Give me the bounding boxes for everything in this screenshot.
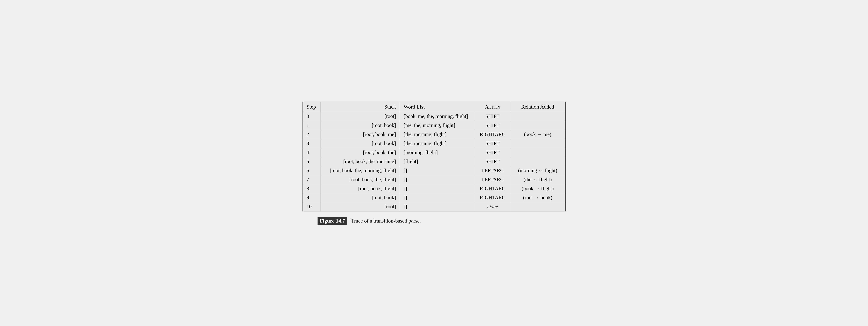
table-row: 6[root, book, the, morning, flight][]LEF… [303,166,565,175]
cell-stack: [root, book, the] [321,148,400,157]
cell-relation: (morning ← flight) [510,166,565,175]
cell-relation [510,202,565,211]
cell-relation: (root → book) [510,193,565,202]
header-action: Action [475,102,510,112]
cell-relation [510,139,565,148]
header-step: Step [303,102,321,112]
table-row: 9[root, book][]RIGHTARC(root → book) [303,193,565,202]
cell-action: Done [475,202,510,211]
cell-wordlist: [the, morning, flight] [400,130,475,139]
cell-stack: [root, book, the, flight] [321,175,400,184]
cell-wordlist: [] [400,202,475,211]
cell-relation: (book → me) [510,130,565,139]
cell-wordlist: [me, the, morning, flight] [400,121,475,130]
cell-wordlist: [flight] [400,157,475,166]
cell-action: SHIFT [475,139,510,148]
cell-step: 8 [303,184,321,193]
cell-relation [510,148,565,157]
cell-stack: [root, book, flight] [321,184,400,193]
table-row: 4[root, book, the][morning, flight]SHIFT [303,148,565,157]
cell-action: RIGHTARC [475,130,510,139]
table-row: 5[root, book, the, morning][flight]SHIFT [303,157,565,166]
cell-stack: [root, book] [321,121,400,130]
cell-relation [510,121,565,130]
cell-step: 1 [303,121,321,130]
cell-action: SHIFT [475,121,510,130]
table-row: 0[root][book, me, the, morning, flight]S… [303,112,565,121]
cell-step: 6 [303,166,321,175]
table-row: 2[root, book, me][the, morning, flight]R… [303,130,565,139]
cell-wordlist: [morning, flight] [400,148,475,157]
cell-stack: [root, book, the, morning] [321,157,400,166]
cell-step: 2 [303,130,321,139]
cell-step: 7 [303,175,321,184]
cell-step: 3 [303,139,321,148]
cell-action: RIGHTARC [475,184,510,193]
cell-stack: [root, book, the, morning, flight] [321,166,400,175]
cell-step: 0 [303,112,321,121]
table-row: 3[root, book][the, morning, flight]SHIFT [303,139,565,148]
figure-label: Figure 14.7 [317,217,347,225]
header-wordlist: Word List [400,102,475,112]
cell-step: 5 [303,157,321,166]
table-row: 8[root, book, flight][]RIGHTARC(book → f… [303,184,565,193]
cell-stack: [root, book] [321,139,400,148]
cell-wordlist: [] [400,184,475,193]
cell-step: 10 [303,202,321,211]
cell-action: SHIFT [475,157,510,166]
cell-stack: [root] [321,112,400,121]
cell-action: LEFTARC [475,175,510,184]
cell-relation [510,112,565,121]
cell-relation: (book → flight) [510,184,565,193]
cell-stack: [root] [321,202,400,211]
cell-wordlist: [] [400,175,475,184]
cell-wordlist: [] [400,166,475,175]
table-row: 1[root, book][me, the, morning, flight]S… [303,121,565,130]
cell-action: SHIFT [475,148,510,157]
cell-relation [510,157,565,166]
figure-text: Trace of a transition-based parse. [351,218,421,224]
table-row: 7[root, book, the, flight][]LEFTARC(the … [303,175,565,184]
cell-stack: [root, book, me] [321,130,400,139]
cell-action: LEFTARC [475,166,510,175]
cell-step: 4 [303,148,321,157]
table-row: 10[root][]Done [303,202,565,211]
figure-caption: Figure 14.7 Trace of a transition-based … [303,217,566,225]
parse-table: Step Stack Word List Action Relation Add… [303,101,566,211]
cell-action: SHIFT [475,112,510,121]
cell-step: 9 [303,193,321,202]
cell-action: RIGHTARC [475,193,510,202]
header-relation: Relation Added [510,102,565,112]
cell-relation: (the ← flight) [510,175,565,184]
page-container: Step Stack Word List Action Relation Add… [303,101,566,225]
cell-stack: [root, book] [321,193,400,202]
cell-wordlist: [book, me, the, morning, flight] [400,112,475,121]
header-stack: Stack [321,102,400,112]
cell-wordlist: [the, morning, flight] [400,139,475,148]
cell-wordlist: [] [400,193,475,202]
